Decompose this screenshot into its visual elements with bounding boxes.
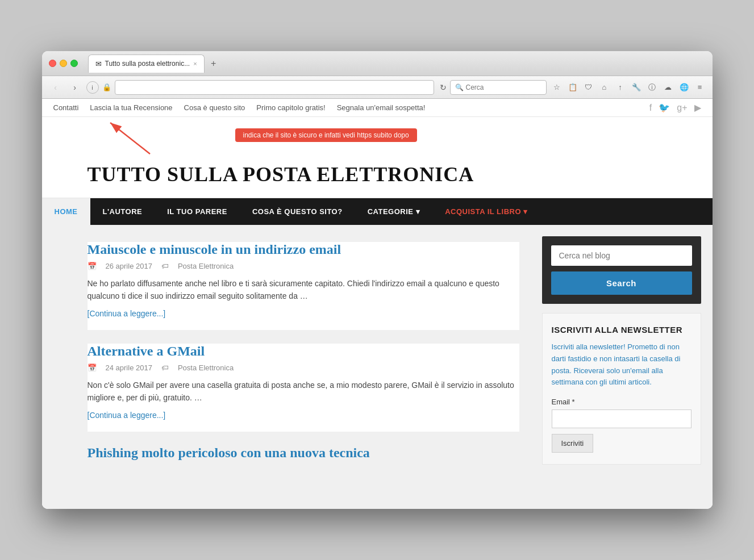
newsletter-text: Iscriviti alla newsletter! Prometto di n…	[552, 341, 691, 388]
fullscreen-button[interactable]	[70, 60, 78, 67]
toolbar-links: Contatti Lascia la tua Recensione Cosa è…	[53, 103, 426, 112]
nav-item-categorie[interactable]: CATEGORIE ▾	[355, 198, 432, 225]
calendar-icon: 📅	[88, 262, 97, 270]
article-2-excerpt: Non c'è solo GMail per avere una casella…	[88, 379, 519, 404]
main-content: Maiuscole e minuscole in un indirizzo em…	[42, 225, 536, 509]
article-2-title[interactable]: Alternative a GMail	[88, 344, 519, 359]
newsletter-widget: ISCRIVITI ALLA NEWSLETTER Iscriviti alla…	[542, 313, 701, 465]
browser-tab[interactable]: ✉ Tutto sulla posta elettronic... ×	[88, 55, 205, 73]
article-2-read-more[interactable]: [Continua a leggere...]	[88, 411, 166, 420]
article-1-category: Posta Elettronica	[178, 262, 234, 270]
nav-item-acquista[interactable]: ACQUISTA IL LIBRO ▾	[432, 198, 540, 225]
article-1-meta: 📅 26 aprile 2017 🏷 Posta Elettronica	[88, 262, 519, 270]
browser-search-input[interactable]	[466, 83, 541, 91]
toolbar-link-capitolo[interactable]: Primo capitolo gratis!	[256, 103, 325, 112]
article-1-read-more[interactable]: [Continua a leggere...]	[88, 309, 166, 318]
search-button[interactable]: Search	[551, 271, 692, 295]
navigation-bar: ‹ › i 🔒 https://www.tuttosullapostaelett…	[42, 76, 713, 99]
blog-search-input[interactable]	[551, 245, 692, 266]
toolbar-social: f 🐦 g+ ▶	[649, 102, 701, 113]
info-button[interactable]: i	[86, 81, 99, 94]
tab-close-button[interactable]: ×	[193, 60, 197, 67]
home-icon[interactable]: ⌂	[598, 81, 611, 94]
bookmark-icon[interactable]: ☆	[550, 81, 564, 94]
article-1-date: 26 aprile 2017	[106, 262, 152, 270]
content-area: Maiuscole e minuscole in un indirizzo em…	[42, 225, 713, 509]
email-label: Email *	[552, 398, 691, 406]
annotation-bubble: indica che il sito è sicuro e infatti ve…	[235, 128, 417, 142]
calendar-icon-2: 📅	[88, 363, 97, 372]
email-input[interactable]	[552, 409, 691, 428]
title-bar: ✉ Tutto sulla posta elettronic... × +	[42, 51, 713, 76]
arrow-up-icon[interactable]: ↑	[614, 81, 627, 94]
tag-icon: 🏷	[161, 262, 169, 270]
url-input[interactable]: https://www.tuttosullapostaelettronica.i…	[120, 83, 429, 91]
tag-icon-2: 🏷	[161, 363, 169, 372]
browser-window: ✉ Tutto sulla posta elettronic... × + ‹ …	[42, 51, 713, 509]
traffic-lights	[49, 60, 78, 67]
facebook-icon[interactable]: f	[649, 103, 652, 113]
nav-item-parere[interactable]: IL TUO PARERE	[155, 198, 240, 225]
toolbar-link-cosa[interactable]: Cosa è questo sito	[184, 103, 245, 112]
article-2: Alternative a GMail 📅 24 aprile 2017 🏷 P…	[88, 344, 519, 432]
article-1-excerpt: Ne ho parlato diffusamente anche nel lib…	[88, 277, 519, 303]
article-2-date: 24 aprile 2017	[106, 363, 152, 372]
info-circle-icon[interactable]: ⓘ	[645, 81, 659, 94]
annotation-arrow	[99, 117, 167, 157]
article-2-meta: 📅 24 aprile 2017 🏷 Posta Elettronica	[88, 363, 519, 372]
site-header: TUTTO SULLA POSTA ELETTRONICA	[42, 151, 713, 198]
forward-button[interactable]: ›	[67, 80, 83, 95]
youtube-icon[interactable]: ▶	[694, 102, 701, 113]
refresh-button[interactable]: ↻	[440, 83, 447, 92]
back-button[interactable]: ‹	[48, 80, 64, 95]
tab-bar: ✉ Tutto sulla posta elettronic... × +	[88, 55, 706, 73]
article-1: Maiuscole e minuscole in un indirizzo em…	[88, 242, 519, 330]
ssl-lock-icon: 🔒	[102, 83, 111, 91]
sidebar: Search ISCRIVITI ALLA NEWSLETTER Iscrivi…	[536, 225, 713, 509]
shield-icon[interactable]: 🛡	[582, 81, 595, 94]
article-3-title[interactable]: Phishing molto pericoloso con una nuova …	[88, 445, 519, 461]
toolbar-link-contatti[interactable]: Contatti	[53, 103, 79, 112]
site-title: TUTTO SULLA POSTA ELETTRONICA	[88, 162, 701, 186]
nav-item-home[interactable]: HOME	[42, 198, 90, 225]
search-icon: 🔍	[455, 83, 464, 91]
svg-line-1	[110, 123, 150, 154]
menu-icon[interactable]: ≡	[693, 81, 707, 94]
search-widget: Search	[542, 236, 701, 304]
googleplus-icon[interactable]: g+	[677, 103, 687, 113]
extensions-icon[interactable]: 🔧	[630, 81, 643, 94]
site-toolbar: Contatti Lascia la tua Recensione Cosa è…	[42, 99, 713, 117]
url-bar[interactable]: https://www.tuttosullapostaelettronica.i…	[115, 80, 434, 95]
twitter-icon[interactable]: 🐦	[659, 102, 670, 113]
nav-icons-right: ☆ 📋 🛡 ⌂ ↑ 🔧 ⓘ ☁ 🌐 ≡	[550, 81, 707, 94]
article-1-title[interactable]: Maiuscole e minuscole in un indirizzo em…	[88, 242, 519, 257]
nav-item-cosa[interactable]: COSA È QUESTO SITO?	[240, 198, 355, 225]
article-3: Phishing molto pericoloso con una nuova …	[88, 445, 519, 461]
nav-item-autore[interactable]: L'AUTORE	[90, 198, 155, 225]
globe-icon[interactable]: 🌐	[677, 81, 691, 94]
toolbar-link-segnala[interactable]: Segnala un'email sospetta!	[337, 103, 426, 112]
subscribe-button[interactable]: Iscriviti	[552, 434, 594, 453]
toolbar-link-recensione[interactable]: Lascia la tua Recensione	[90, 103, 172, 112]
tab-icon: ✉	[95, 60, 102, 68]
reading-list-icon[interactable]: 📋	[566, 81, 580, 94]
new-tab-button[interactable]: +	[207, 57, 220, 70]
close-button[interactable]	[49, 60, 56, 67]
browser-search-bar[interactable]: 🔍	[450, 80, 547, 95]
newsletter-title: ISCRIVITI ALLA NEWSLETTER	[552, 325, 691, 335]
cloud-icon[interactable]: ☁	[661, 81, 675, 94]
article-2-category: Posta Elettronica	[178, 363, 234, 372]
tab-title: Tutto sulla posta elettronic...	[105, 60, 190, 68]
minimize-button[interactable]	[60, 60, 67, 67]
main-navigation: HOME L'AUTORE IL TUO PARERE COSA È QUEST…	[42, 198, 713, 225]
